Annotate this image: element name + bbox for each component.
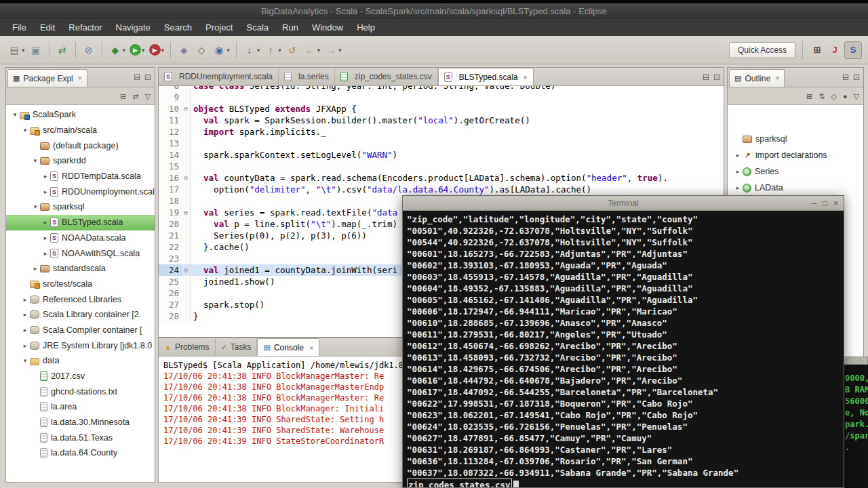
new-scala-object-button[interactable]: ◈ <box>176 41 192 59</box>
terminal-output[interactable]: "zip_code","latitude","longitude","city"… <box>403 211 844 487</box>
view-menu-icon[interactable]: ▽ <box>145 92 151 101</box>
view-menu-icon[interactable]: ▽ <box>854 92 859 101</box>
collapsed-arrow-icon[interactable]: ▸ <box>41 235 50 241</box>
dropdown-arrow-icon[interactable]: ▾ <box>317 47 321 54</box>
debug-button[interactable]: ◆▾ <box>107 41 127 59</box>
background-terminal-titlebar[interactable] <box>844 357 868 365</box>
maximize-icon[interactable]: ⊡ <box>853 73 860 81</box>
collapsed-arrow-icon[interactable]: ▸ <box>41 173 50 180</box>
tree-item[interactable]: ▸SBLSTyped.scala <box>6 215 155 230</box>
tree-item[interactable]: (default package) <box>6 138 155 153</box>
open-perspective-button[interactable]: ⊞ <box>809 41 825 59</box>
tree-item[interactable]: ▸JRE System Library [jdk1.8.0 <box>6 338 155 353</box>
menu-item-scala[interactable]: Scala <box>239 19 275 36</box>
terminal-input[interactable]: zip_codes_states.csv <box>407 479 512 487</box>
collapsed-arrow-icon[interactable]: ▸ <box>20 296 30 303</box>
maximize-icon[interactable]: ⊡ <box>713 73 720 81</box>
open-element-button[interactable]: ◇ <box>193 41 210 59</box>
tree-item[interactable]: ▾src/main/scala <box>6 123 155 138</box>
close-icon[interactable]: × <box>524 73 528 81</box>
next-annotation-button[interactable]: ↓▾ <box>241 41 262 59</box>
tree-item[interactable]: ▾ScalaSpark <box>6 107 155 123</box>
outline-item[interactable]: ▸CSeries <box>728 163 863 180</box>
dropdown-arrow-icon[interactable]: ▾ <box>142 47 145 54</box>
collapsed-arrow-icon[interactable]: ▸ <box>20 342 30 349</box>
menu-item-help[interactable]: Help <box>350 19 382 36</box>
maximize-icon[interactable]: □ <box>823 199 827 208</box>
tree-item[interactable]: ▸SRDDUnemployment.scala <box>6 184 155 199</box>
maximize-icon[interactable]: ⊡ <box>144 73 151 81</box>
editor-tab[interactable]: SBLSTyped.scala× <box>438 68 534 85</box>
minimize-icon[interactable]: – <box>812 199 816 208</box>
sort-icon[interactable]: ⇅ <box>818 92 825 101</box>
collapsed-arrow-icon[interactable]: ▸ <box>41 250 50 257</box>
collapsed-arrow-icon[interactable]: ▸ <box>41 219 50 226</box>
dropdown-arrow-icon[interactable]: ▾ <box>123 47 126 54</box>
forward-button[interactable]: →▾ <box>323 41 343 59</box>
back-button[interactable]: ←▾ <box>302 41 322 59</box>
menu-item-search[interactable]: Search <box>157 19 199 36</box>
editor-tab[interactable]: SRDDUnemployment.scala <box>159 68 279 85</box>
collapsed-arrow-icon[interactable]: ▸ <box>20 327 30 333</box>
dropdown-arrow-icon[interactable]: ▾ <box>257 47 260 54</box>
tree-item[interactable]: ▸SNOAAwithSQL.scala <box>6 245 155 261</box>
minimize-icon[interactable]: ⊟ <box>842 73 849 81</box>
java-perspective-button[interactable]: J <box>827 41 843 59</box>
tree-item[interactable]: ghcnd-stations.txt <box>6 384 155 399</box>
scala-perspective-button[interactable]: S <box>844 41 862 59</box>
expanded-arrow-icon[interactable]: ▾ <box>31 157 40 164</box>
window-titlebar[interactable]: BigDataAnalytics - Scala - ScalaSpark/sr… <box>0 3 868 19</box>
collapsed-arrow-icon[interactable]: ▸ <box>20 311 30 318</box>
run-button[interactable]: ▶▾ <box>128 41 146 59</box>
editor-tab[interactable]: la.series <box>279 68 335 85</box>
quick-access-button[interactable]: Quick Access <box>729 42 795 58</box>
tree-item[interactable]: la.area <box>6 399 155 415</box>
new-wizard-button[interactable]: ▤▾ <box>6 41 26 59</box>
external-tools-button[interactable]: ▶▾ <box>148 41 166 59</box>
tree-item[interactable]: la.data.30.Minnesota <box>6 415 155 430</box>
tree-item[interactable]: ▾sparksql <box>6 199 155 215</box>
menu-item-run[interactable]: Run <box>275 19 305 36</box>
menu-item-project[interactable]: Project <box>199 19 239 36</box>
background-terminal-window[interactable]: 0000, None]B RAM, BlockManagerId(56000, … <box>844 357 868 488</box>
run-interpreter-button[interactable]: ⇄ <box>54 41 71 59</box>
menu-item-navigate[interactable]: Navigate <box>109 19 157 36</box>
expanded-arrow-icon[interactable]: ▾ <box>10 111 20 118</box>
collapse-all-icon[interactable]: ⊟ <box>120 92 126 101</box>
hide-fields-icon[interactable]: ◇ <box>831 92 836 101</box>
editor-tab[interactable]: zip_codes_states.csv <box>335 68 438 85</box>
expanded-arrow-icon[interactable]: ▾ <box>31 203 40 210</box>
collapsed-arrow-icon[interactable]: ▸ <box>41 188 50 195</box>
console-tab-console[interactable]: ▤Console× <box>257 338 319 356</box>
hide-non-public-icon[interactable]: ● <box>843 92 848 101</box>
menu-item-edit[interactable]: Edit <box>33 19 62 36</box>
tree-item[interactable]: ▸Scala Compiler container [ <box>6 323 155 338</box>
tree-item[interactable]: ▸SRDDTempData.scala <box>6 169 155 184</box>
menu-item-refactor[interactable]: Refactor <box>62 19 108 36</box>
dropdown-arrow-icon[interactable]: ▾ <box>161 47 165 54</box>
save-button[interactable]: ▣ <box>28 41 44 59</box>
outline-item[interactable]: ▸CLAData <box>728 180 863 196</box>
tree-item[interactable]: ▸Scala Library container [2. <box>6 307 155 323</box>
tree-item[interactable]: la.data.51.Texas <box>6 430 155 445</box>
tree-item[interactable]: la.data.64.County <box>6 445 155 461</box>
console-tab-problems[interactable]: ▲Problems <box>159 338 216 356</box>
link-with-editor-icon[interactable]: ⇄ <box>132 92 138 101</box>
collapsed-arrow-icon[interactable]: ▸ <box>733 168 743 175</box>
outline-tab[interactable]: ▤ Outline × <box>729 69 785 87</box>
dropdown-arrow-icon[interactable]: ▾ <box>338 47 342 54</box>
previous-annotation-button[interactable]: ↑▾ <box>262 41 283 59</box>
outline-item[interactable]: sparksql <box>728 131 863 147</box>
tree-item[interactable]: ▾sparkrdd <box>6 153 155 169</box>
close-icon[interactable]: × <box>775 75 779 82</box>
package-explorer-tree[interactable]: ▾ScalaSpark▾src/main/scala(default packa… <box>6 105 155 482</box>
collapsed-arrow-icon[interactable]: ▸ <box>733 152 743 159</box>
expand-all-icon[interactable]: ⊞ <box>806 92 812 101</box>
last-edit-location-button[interactable]: ↺ <box>284 41 300 59</box>
terminal-titlebar[interactable]: Terminal – □ × <box>403 196 844 211</box>
collapsed-arrow-icon[interactable]: ▸ <box>733 184 743 191</box>
tree-item[interactable]: ▸Referenced Libraries <box>6 291 155 307</box>
tree-item[interactable]: ▾data <box>6 353 155 369</box>
close-icon[interactable]: × <box>833 199 838 208</box>
menu-item-file[interactable]: File <box>5 19 33 36</box>
